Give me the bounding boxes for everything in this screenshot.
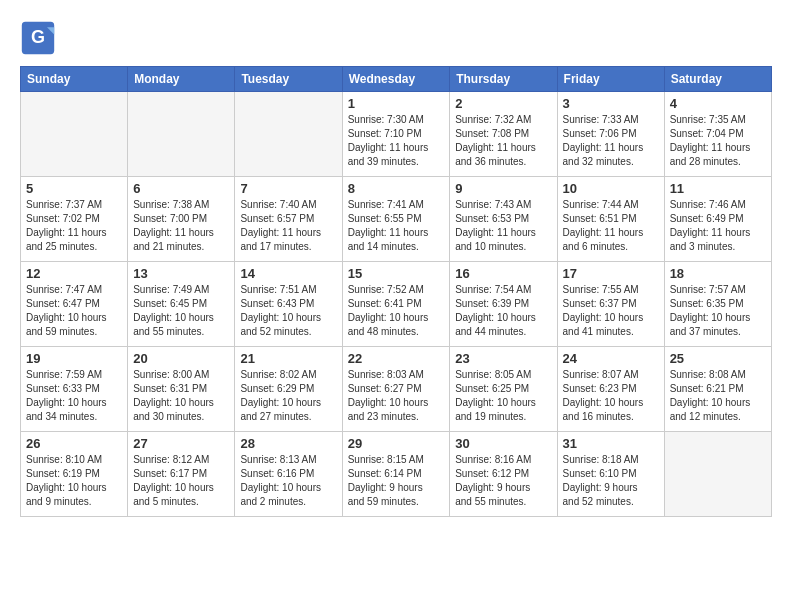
day-header-saturday: Saturday (664, 67, 771, 92)
cell-info: Sunrise: 7:59 AM Sunset: 6:33 PM Dayligh… (26, 368, 122, 424)
cell-date: 24 (563, 351, 659, 366)
cal-cell-5-7 (664, 432, 771, 517)
calendar-body: 1Sunrise: 7:30 AM Sunset: 7:10 PM Daylig… (21, 92, 772, 517)
cell-info: Sunrise: 7:43 AM Sunset: 6:53 PM Dayligh… (455, 198, 551, 254)
cal-cell-1-7: 4Sunrise: 7:35 AM Sunset: 7:04 PM Daylig… (664, 92, 771, 177)
cal-cell-5-3: 28Sunrise: 8:13 AM Sunset: 6:16 PM Dayli… (235, 432, 342, 517)
cell-info: Sunrise: 7:44 AM Sunset: 6:51 PM Dayligh… (563, 198, 659, 254)
cal-cell-5-6: 31Sunrise: 8:18 AM Sunset: 6:10 PM Dayli… (557, 432, 664, 517)
cell-date: 5 (26, 181, 122, 196)
cell-date: 15 (348, 266, 445, 281)
cal-cell-4-7: 25Sunrise: 8:08 AM Sunset: 6:21 PM Dayli… (664, 347, 771, 432)
cell-info: Sunrise: 8:03 AM Sunset: 6:27 PM Dayligh… (348, 368, 445, 424)
cell-date: 11 (670, 181, 766, 196)
cell-date: 22 (348, 351, 445, 366)
cell-date: 16 (455, 266, 551, 281)
cell-date: 29 (348, 436, 445, 451)
cell-date: 12 (26, 266, 122, 281)
cal-cell-1-5: 2Sunrise: 7:32 AM Sunset: 7:08 PM Daylig… (450, 92, 557, 177)
cell-info: Sunrise: 7:52 AM Sunset: 6:41 PM Dayligh… (348, 283, 445, 339)
svg-text:G: G (31, 27, 45, 47)
week-row-3: 12Sunrise: 7:47 AM Sunset: 6:47 PM Dayli… (21, 262, 772, 347)
week-row-4: 19Sunrise: 7:59 AM Sunset: 6:33 PM Dayli… (21, 347, 772, 432)
cal-cell-2-1: 5Sunrise: 7:37 AM Sunset: 7:02 PM Daylig… (21, 177, 128, 262)
cell-date: 17 (563, 266, 659, 281)
cal-cell-4-4: 22Sunrise: 8:03 AM Sunset: 6:27 PM Dayli… (342, 347, 450, 432)
cal-cell-3-5: 16Sunrise: 7:54 AM Sunset: 6:39 PM Dayli… (450, 262, 557, 347)
cal-cell-2-7: 11Sunrise: 7:46 AM Sunset: 6:49 PM Dayli… (664, 177, 771, 262)
cell-info: Sunrise: 8:08 AM Sunset: 6:21 PM Dayligh… (670, 368, 766, 424)
cal-cell-2-4: 8Sunrise: 7:41 AM Sunset: 6:55 PM Daylig… (342, 177, 450, 262)
page-header: G (20, 20, 772, 56)
cell-info: Sunrise: 7:47 AM Sunset: 6:47 PM Dayligh… (26, 283, 122, 339)
cal-cell-5-4: 29Sunrise: 8:15 AM Sunset: 6:14 PM Dayli… (342, 432, 450, 517)
cell-info: Sunrise: 8:02 AM Sunset: 6:29 PM Dayligh… (240, 368, 336, 424)
cell-date: 31 (563, 436, 659, 451)
cell-info: Sunrise: 7:49 AM Sunset: 6:45 PM Dayligh… (133, 283, 229, 339)
cell-date: 30 (455, 436, 551, 451)
cal-cell-5-5: 30Sunrise: 8:16 AM Sunset: 6:12 PM Dayli… (450, 432, 557, 517)
cell-date: 18 (670, 266, 766, 281)
cell-date: 21 (240, 351, 336, 366)
cell-info: Sunrise: 7:38 AM Sunset: 7:00 PM Dayligh… (133, 198, 229, 254)
cal-cell-4-3: 21Sunrise: 8:02 AM Sunset: 6:29 PM Dayli… (235, 347, 342, 432)
cal-cell-4-5: 23Sunrise: 8:05 AM Sunset: 6:25 PM Dayli… (450, 347, 557, 432)
cell-info: Sunrise: 8:07 AM Sunset: 6:23 PM Dayligh… (563, 368, 659, 424)
cell-info: Sunrise: 7:55 AM Sunset: 6:37 PM Dayligh… (563, 283, 659, 339)
cal-cell-1-4: 1Sunrise: 7:30 AM Sunset: 7:10 PM Daylig… (342, 92, 450, 177)
cell-date: 23 (455, 351, 551, 366)
cal-cell-3-6: 17Sunrise: 7:55 AM Sunset: 6:37 PM Dayli… (557, 262, 664, 347)
cal-cell-4-6: 24Sunrise: 8:07 AM Sunset: 6:23 PM Dayli… (557, 347, 664, 432)
cal-cell-2-2: 6Sunrise: 7:38 AM Sunset: 7:00 PM Daylig… (128, 177, 235, 262)
cal-cell-3-1: 12Sunrise: 7:47 AM Sunset: 6:47 PM Dayli… (21, 262, 128, 347)
cell-info: Sunrise: 7:35 AM Sunset: 7:04 PM Dayligh… (670, 113, 766, 169)
cell-date: 14 (240, 266, 336, 281)
logo-icon: G (20, 20, 56, 56)
cal-cell-4-1: 19Sunrise: 7:59 AM Sunset: 6:33 PM Dayli… (21, 347, 128, 432)
cal-cell-1-2 (128, 92, 235, 177)
day-header-thursday: Thursday (450, 67, 557, 92)
cal-cell-5-1: 26Sunrise: 8:10 AM Sunset: 6:19 PM Dayli… (21, 432, 128, 517)
cal-cell-2-6: 10Sunrise: 7:44 AM Sunset: 6:51 PM Dayli… (557, 177, 664, 262)
cal-cell-3-2: 13Sunrise: 7:49 AM Sunset: 6:45 PM Dayli… (128, 262, 235, 347)
cell-info: Sunrise: 8:18 AM Sunset: 6:10 PM Dayligh… (563, 453, 659, 509)
cell-date: 4 (670, 96, 766, 111)
cell-info: Sunrise: 8:15 AM Sunset: 6:14 PM Dayligh… (348, 453, 445, 509)
cal-cell-2-5: 9Sunrise: 7:43 AM Sunset: 6:53 PM Daylig… (450, 177, 557, 262)
cell-date: 19 (26, 351, 122, 366)
cell-date: 2 (455, 96, 551, 111)
day-header-wednesday: Wednesday (342, 67, 450, 92)
cell-info: Sunrise: 8:16 AM Sunset: 6:12 PM Dayligh… (455, 453, 551, 509)
cell-info: Sunrise: 7:32 AM Sunset: 7:08 PM Dayligh… (455, 113, 551, 169)
week-row-2: 5Sunrise: 7:37 AM Sunset: 7:02 PM Daylig… (21, 177, 772, 262)
cell-date: 3 (563, 96, 659, 111)
cal-cell-3-3: 14Sunrise: 7:51 AM Sunset: 6:43 PM Dayli… (235, 262, 342, 347)
cell-info: Sunrise: 7:57 AM Sunset: 6:35 PM Dayligh… (670, 283, 766, 339)
cell-date: 9 (455, 181, 551, 196)
logo: G (20, 20, 62, 56)
cell-date: 25 (670, 351, 766, 366)
cell-info: Sunrise: 8:00 AM Sunset: 6:31 PM Dayligh… (133, 368, 229, 424)
cell-date: 27 (133, 436, 229, 451)
cal-cell-3-7: 18Sunrise: 7:57 AM Sunset: 6:35 PM Dayli… (664, 262, 771, 347)
cal-cell-2-3: 7Sunrise: 7:40 AM Sunset: 6:57 PM Daylig… (235, 177, 342, 262)
week-row-5: 26Sunrise: 8:10 AM Sunset: 6:19 PM Dayli… (21, 432, 772, 517)
cell-date: 6 (133, 181, 229, 196)
cell-date: 13 (133, 266, 229, 281)
cal-cell-1-1 (21, 92, 128, 177)
calendar-header-row: SundayMondayTuesdayWednesdayThursdayFrid… (21, 67, 772, 92)
cell-info: Sunrise: 7:41 AM Sunset: 6:55 PM Dayligh… (348, 198, 445, 254)
calendar-table: SundayMondayTuesdayWednesdayThursdayFrid… (20, 66, 772, 517)
cell-info: Sunrise: 8:12 AM Sunset: 6:17 PM Dayligh… (133, 453, 229, 509)
cell-info: Sunrise: 7:37 AM Sunset: 7:02 PM Dayligh… (26, 198, 122, 254)
day-header-sunday: Sunday (21, 67, 128, 92)
cell-date: 26 (26, 436, 122, 451)
day-header-friday: Friday (557, 67, 664, 92)
cell-info: Sunrise: 8:10 AM Sunset: 6:19 PM Dayligh… (26, 453, 122, 509)
cell-date: 10 (563, 181, 659, 196)
cal-cell-3-4: 15Sunrise: 7:52 AM Sunset: 6:41 PM Dayli… (342, 262, 450, 347)
day-header-tuesday: Tuesday (235, 67, 342, 92)
cal-cell-5-2: 27Sunrise: 8:12 AM Sunset: 6:17 PM Dayli… (128, 432, 235, 517)
cell-info: Sunrise: 8:13 AM Sunset: 6:16 PM Dayligh… (240, 453, 336, 509)
cal-cell-1-3 (235, 92, 342, 177)
